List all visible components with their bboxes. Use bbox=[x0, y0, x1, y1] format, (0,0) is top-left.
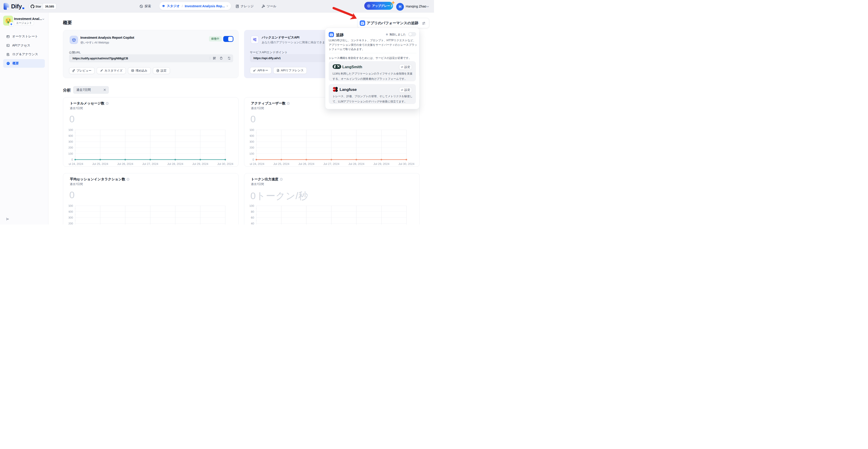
svg-text:Jul 29, 2024: Jul 29, 2024 bbox=[373, 162, 390, 166]
svg-text:$: $ bbox=[6, 19, 7, 21]
svg-text:400: 400 bbox=[69, 210, 73, 213]
svg-text:300: 300 bbox=[69, 216, 73, 219]
svg-text:400: 400 bbox=[69, 134, 73, 138]
svg-text:Jul 28, 2024: Jul 28, 2024 bbox=[348, 162, 364, 166]
svg-text:Jul 30, 2024: Jul 30, 2024 bbox=[217, 162, 233, 166]
svg-text:Jul 30, 2024: Jul 30, 2024 bbox=[398, 162, 414, 166]
svg-text:Jul 26, 2024: Jul 26, 2024 bbox=[117, 162, 133, 166]
svg-text:80: 80 bbox=[251, 210, 254, 213]
svg-text:0: 0 bbox=[252, 158, 254, 161]
svg-text:100: 100 bbox=[250, 152, 254, 155]
svg-text:Jul 26, 2024: Jul 26, 2024 bbox=[298, 162, 314, 166]
svg-text:Jul 24, 2024: Jul 24, 2024 bbox=[250, 162, 265, 166]
svg-text:$: $ bbox=[9, 19, 10, 21]
svg-text:0: 0 bbox=[71, 158, 73, 161]
svg-text:200: 200 bbox=[69, 222, 73, 224]
svg-text:200: 200 bbox=[69, 146, 73, 149]
svg-text:Jul 28, 2024: Jul 28, 2024 bbox=[167, 162, 183, 166]
svg-text:Jul 27, 2024: Jul 27, 2024 bbox=[323, 162, 339, 166]
svg-text:500: 500 bbox=[69, 128, 73, 131]
svg-text:Jul 24, 2024: Jul 24, 2024 bbox=[69, 162, 83, 166]
svg-text:300: 300 bbox=[69, 140, 73, 143]
svg-text:500: 500 bbox=[250, 128, 254, 131]
svg-text:60: 60 bbox=[251, 216, 254, 219]
svg-text:40: 40 bbox=[251, 222, 254, 224]
svg-text:200: 200 bbox=[250, 146, 254, 149]
svg-text:Jul 27, 2024: Jul 27, 2024 bbox=[142, 162, 158, 166]
svg-text:Jul 25, 2024: Jul 25, 2024 bbox=[92, 162, 108, 166]
svg-text:500: 500 bbox=[69, 204, 73, 208]
svg-text:400: 400 bbox=[250, 134, 254, 138]
svg-text:100: 100 bbox=[69, 152, 73, 155]
svg-text:100: 100 bbox=[250, 204, 254, 208]
svg-text:300: 300 bbox=[250, 140, 254, 143]
svg-text:Jul 29, 2024: Jul 29, 2024 bbox=[192, 162, 208, 166]
svg-text:Jul 25, 2024: Jul 25, 2024 bbox=[273, 162, 289, 166]
